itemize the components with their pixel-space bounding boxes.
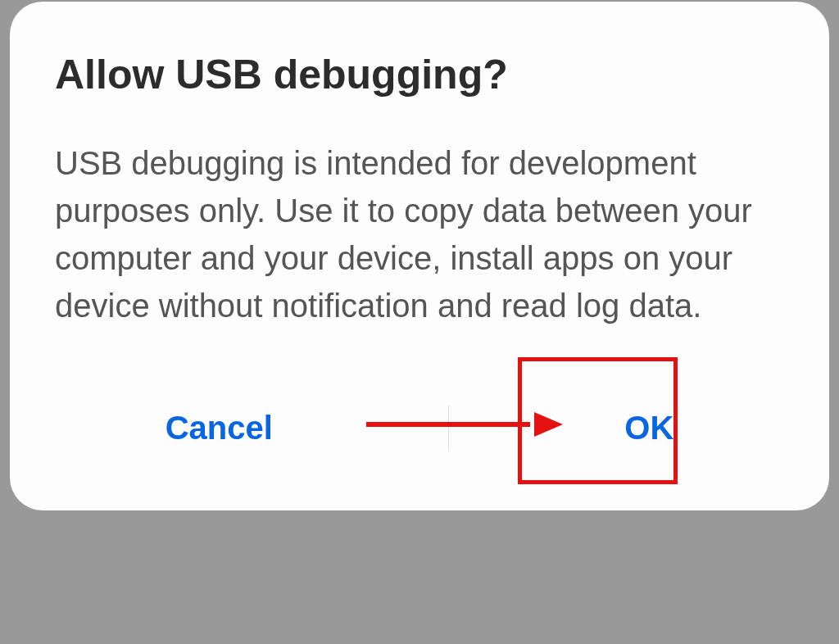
ok-button[interactable]: OK — [579, 395, 719, 461]
button-divider — [448, 406, 449, 451]
usb-debugging-dialog: Allow USB debugging? USB debugging is in… — [10, 2, 829, 510]
annotation-arrow-icon — [366, 420, 563, 429]
button-row: Cancel OK — [55, 387, 784, 478]
dialog-message: USB debugging is intended for developmen… — [55, 139, 784, 329]
dialog-title: Allow USB debugging? — [55, 51, 784, 98]
cancel-button[interactable]: Cancel — [120, 395, 318, 461]
